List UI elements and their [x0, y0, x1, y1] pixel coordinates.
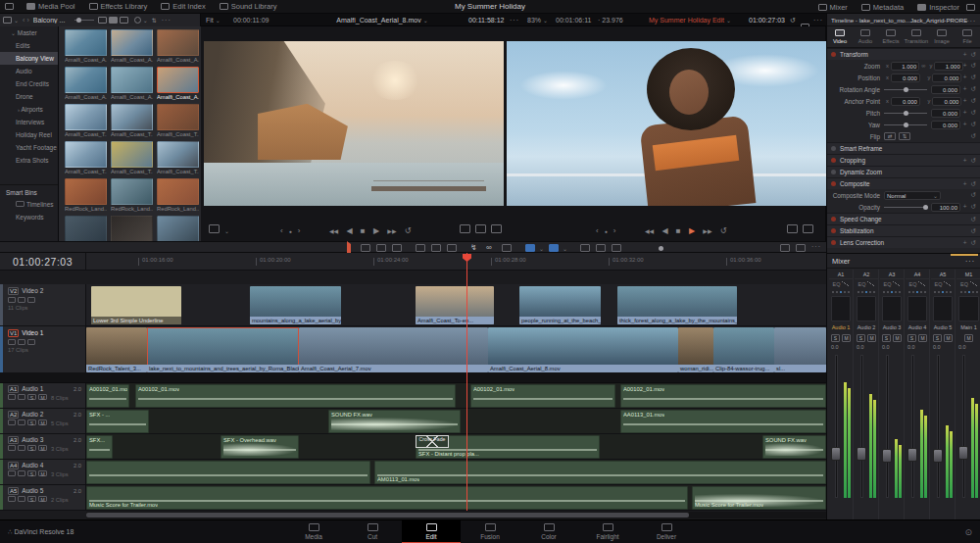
- bin-list-view-icon[interactable]: [3, 17, 12, 24]
- timeline-clip-video[interactable]: people_running_at_the_beach_in_brig...: [519, 286, 601, 324]
- sidebar-bin-holiday-reel[interactable]: Holiday Reel: [0, 128, 58, 141]
- timeline-clip-audio[interactable]: Music Score for Trailer.mov: [86, 486, 688, 510]
- reset-icon[interactable]: ↺: [971, 51, 976, 59]
- fader[interactable]: [880, 353, 904, 500]
- fader[interactable]: [956, 353, 980, 500]
- media-clip[interactable]: Amalfi_Coast_T...: [157, 141, 199, 174]
- add-keyframe-icon[interactable]: +: [963, 180, 967, 188]
- track-lane-a2[interactable]: SFX - ... SOUND FX.wav AA0113_01.mov: [86, 409, 826, 434]
- goto-start-button[interactable]: ◀◀: [645, 228, 654, 234]
- toggle-dot[interactable]: [831, 240, 836, 245]
- yaw-slider[interactable]: [884, 124, 927, 125]
- timeline-clip-video[interactable]: Amalfi_Coast_Aerial_8.mov: [488, 327, 678, 372]
- media-clip[interactable]: Amalfi_Coast_A...: [65, 29, 107, 63]
- media-clip[interactable]: [65, 216, 107, 242]
- inspector-toggle[interactable]: Inspector: [910, 0, 966, 14]
- opacity-field[interactable]: 100.00: [931, 203, 960, 212]
- link-icon[interactable]: ∞: [921, 63, 925, 69]
- lock-icon[interactable]: [8, 496, 16, 502]
- timeline-clip-video[interactable]: sl...: [774, 327, 826, 372]
- track-header-v2[interactable]: V2Video 2 11 Clips: [0, 284, 86, 326]
- track-badge[interactable]: A2: [8, 411, 19, 419]
- timeline-clip-audio[interactable]: A00102_01.mov: [470, 384, 615, 408]
- track-badge[interactable]: A5: [8, 487, 19, 495]
- lock-icon[interactable]: [8, 394, 16, 400]
- auto-select-icon[interactable]: [18, 339, 25, 345]
- timeline-clip-audio[interactable]: SFX - ...: [86, 410, 149, 433]
- inspector-options-icon[interactable]: ···: [967, 14, 976, 26]
- track-badge[interactable]: A4: [8, 462, 19, 469]
- mute-button[interactable]: M: [893, 334, 902, 342]
- timeline-name[interactable]: My Summer Holiday Edit⌄: [635, 14, 745, 27]
- timeline-clip-video[interactable]: thick_forest_along_a_lake_by_the_mountai…: [617, 286, 737, 324]
- chevron-down-icon[interactable]: ⌄: [14, 17, 19, 24]
- timeline-viewer-options-icon[interactable]: ···: [813, 14, 823, 26]
- forward-arrow-icon[interactable]: ›: [26, 17, 28, 24]
- track-badge[interactable]: A1: [8, 385, 19, 393]
- tab-file[interactable]: File: [955, 26, 980, 47]
- reset-icon[interactable]: ↺: [971, 62, 976, 70]
- solo-button[interactable]: S: [907, 334, 916, 342]
- rotation-field[interactable]: 0.000: [931, 85, 960, 94]
- reset-icon[interactable]: ↺: [971, 157, 976, 165]
- timeline-viewer-image[interactable]: [507, 41, 826, 206]
- loop-button[interactable]: ↺: [720, 226, 727, 235]
- fader[interactable]: [855, 353, 878, 500]
- section-cropping[interactable]: Cropping+↺: [827, 154, 980, 166]
- section-stabilization[interactable]: Stabilization↺: [827, 224, 980, 236]
- overwrite-clip-icon[interactable]: [431, 244, 441, 252]
- mute-button[interactable]: M: [944, 334, 953, 342]
- dynamic-trim-icon[interactable]: [376, 244, 386, 252]
- solo-button[interactable]: S: [831, 334, 840, 342]
- solo-button[interactable]: S: [27, 394, 36, 400]
- reset-icon[interactable]: ↺: [971, 227, 976, 235]
- settings-gear-icon[interactable]: ⊙: [964, 520, 972, 543]
- auto-select-icon[interactable]: [18, 470, 25, 476]
- history-icon[interactable]: ↺: [790, 14, 796, 26]
- mark-out-icon[interactable]: [475, 224, 486, 233]
- toggle-dot[interactable]: [831, 52, 836, 57]
- page-edit[interactable]: Edit: [402, 520, 461, 543]
- strip-view-icon[interactable]: [98, 17, 107, 24]
- timeline-clip-audio[interactable]: Music Score for Trailer.mov: [692, 486, 826, 510]
- timeline-clip-audio[interactable]: SFX - Overhead.wav: [220, 435, 299, 459]
- timeline-clip-audio[interactable]: A00102_01.mov: [86, 384, 129, 408]
- auto-select-icon[interactable]: [18, 496, 25, 502]
- mute-button[interactable]: M: [38, 445, 47, 451]
- eq-label[interactable]: EQ: [858, 281, 866, 287]
- pitch-field[interactable]: 0.000: [931, 109, 960, 118]
- list-view-icon[interactable]: [120, 17, 128, 24]
- media-clip[interactable]: Amalfi_Coast_A...: [65, 67, 107, 100]
- auto-select-icon[interactable]: [18, 445, 25, 451]
- section-dynamic-zoom[interactable]: Dynamic Zoom: [827, 166, 980, 177]
- current-bin-label[interactable]: Balcony ...: [33, 17, 71, 24]
- razor-tool-icon[interactable]: [392, 244, 402, 252]
- source-options-icon[interactable]: ···: [510, 14, 519, 26]
- page-fusion[interactable]: Fusion: [461, 520, 519, 543]
- rotation-slider[interactable]: [884, 89, 927, 90]
- sidebar-smartbin-keywords[interactable]: Keywords: [0, 211, 58, 223]
- track-badge[interactable]: V2: [8, 287, 19, 295]
- toggle-dot[interactable]: [831, 158, 836, 163]
- reset-icon[interactable]: ↺: [971, 132, 976, 140]
- add-keyframe-icon[interactable]: +: [963, 85, 967, 93]
- toggle-dot[interactable]: [831, 217, 836, 222]
- track-header-a4[interactable]: 2.0 A4Audio 4 SM3 Clips: [0, 460, 86, 485]
- zoom-x-field[interactable]: 1.000: [891, 62, 919, 71]
- track-header-a1[interactable]: 2.0 A1Audio 1 SM8 Clips: [0, 383, 86, 409]
- add-keyframe-icon[interactable]: +: [963, 239, 967, 247]
- lock-icon[interactable]: [8, 339, 16, 345]
- enable-track-icon[interactable]: [27, 339, 35, 345]
- eq-graph[interactable]: [857, 296, 876, 321]
- enable-track-icon[interactable]: [27, 297, 35, 303]
- media-clip[interactable]: [157, 216, 199, 242]
- timeline-clip-audio[interactable]: SOUND FX.wav: [762, 435, 826, 459]
- eq-label[interactable]: EQ: [960, 281, 968, 287]
- mark-in-icon[interactable]: [787, 224, 798, 233]
- toggle-dot[interactable]: [831, 146, 836, 151]
- add-keyframe-icon[interactable]: +: [963, 203, 967, 211]
- fader[interactable]: [829, 353, 853, 500]
- timeline-clip-video[interactable]: Clip-84-wassor-trug...: [713, 327, 774, 372]
- audio-scrub-icon[interactable]: [796, 244, 806, 252]
- mute-button[interactable]: M: [964, 334, 973, 342]
